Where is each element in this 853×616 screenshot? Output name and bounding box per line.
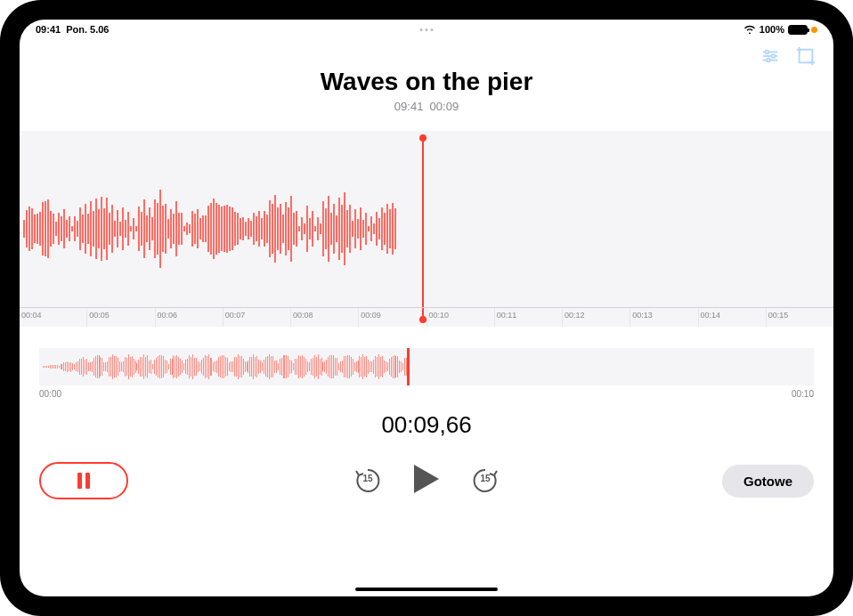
waveform-main[interactable]: 00:0400:0500:0600:0700:0800:0900:1000:11… [20,131,833,327]
overview-start: 00:00 [39,389,61,399]
screen: 09:41 Pon. 5.06 100% [20,20,833,596]
current-time: 00:09,66 [20,411,833,439]
timeline-tick: 00:15 [766,308,833,327]
overview-playhead[interactable] [407,348,410,385]
home-indicator[interactable] [355,588,498,591]
skip-forward-15-button[interactable]: 15 [471,466,500,495]
recording-meta: 09:41 00:09 [20,100,833,113]
svg-marker-11 [414,465,439,493]
timeline-tick: 00:11 [494,308,562,327]
timeline-tick: 00:05 [86,308,154,327]
pause-record-button[interactable] [39,462,128,499]
playhead[interactable] [422,138,424,320]
timeline-tick: 00:10 [426,308,494,327]
svg-point-4 [772,54,776,58]
timeline-tick: 00:14 [698,308,766,327]
svg-point-3 [766,51,769,54]
multitask-dots[interactable] [420,28,434,31]
timeline-tick: 00:12 [562,308,630,327]
skip-back-15-button[interactable]: 15 [353,466,382,495]
wifi-icon [743,24,756,36]
playback-settings-button[interactable] [760,46,780,69]
play-button[interactable] [412,463,441,498]
waveform-overview[interactable]: 00:00 00:10 [39,348,814,399]
trim-button[interactable] [796,46,816,69]
mic-in-use-dot [811,27,817,33]
svg-rect-6 [800,50,813,63]
status-date: Pon. 5.06 [66,24,109,35]
timeline-tick: 00:07 [223,308,290,327]
svg-point-5 [767,59,770,62]
overview-end: 00:10 [792,389,814,399]
battery-icon [788,25,808,35]
battery-pct: 100% [760,24,784,35]
timeline-tick: 00:08 [290,308,358,327]
status-time: 09:41 [36,24,61,35]
timeline-tick: 00:09 [358,308,426,327]
timeline-tick: 00:13 [630,308,697,327]
timeline-tick: 00:04 [20,308,86,327]
timeline-ruler: 00:0400:0500:0600:0700:0800:0900:1000:11… [20,307,833,327]
status-bar: 09:41 Pon. 5.06 100% [20,20,833,39]
timeline-tick: 00:06 [155,308,223,327]
ipad-frame: 09:41 Pon. 5.06 100% [0,0,853,616]
recording-title[interactable]: Waves on the pier [20,68,833,96]
done-button[interactable]: Gotowe [722,465,814,498]
